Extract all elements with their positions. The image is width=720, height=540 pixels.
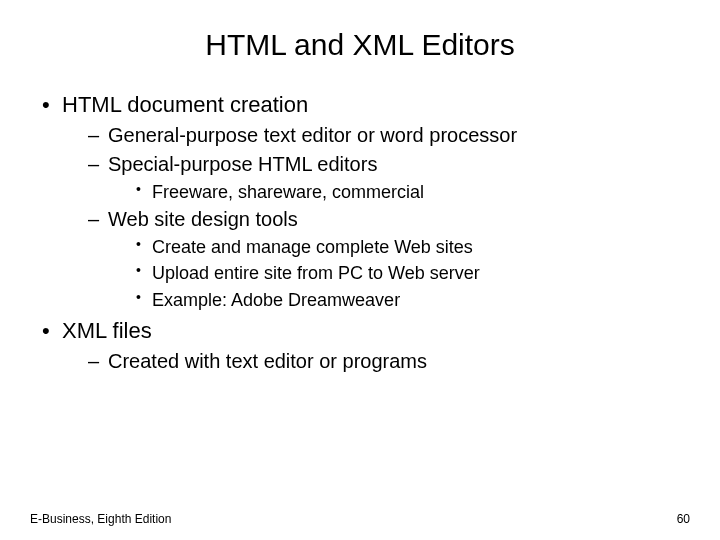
bullet-text: XML files — [62, 318, 152, 343]
bullet-sublist: Created with text editor or programs — [62, 348, 690, 375]
bullet-text: Created with text editor or programs — [108, 350, 427, 372]
list-item: XML files Created with text editor or pr… — [40, 316, 690, 375]
list-item: Example: Adobe Dreamweaver — [134, 288, 690, 312]
list-item: Freeware, shareware, commercial — [134, 180, 690, 204]
bullet-list: HTML document creation General-purpose t… — [30, 90, 690, 375]
slide-title: HTML and XML Editors — [30, 28, 690, 62]
list-item: Create and manage complete Web sites — [134, 235, 690, 259]
bullet-text: Create and manage complete Web sites — [152, 237, 473, 257]
list-item: Upload entire site from PC to Web server — [134, 261, 690, 285]
bullet-subsublist: Freeware, shareware, commercial — [108, 180, 690, 204]
footer-source: E-Business, Eighth Edition — [30, 512, 171, 526]
bullet-text: Freeware, shareware, commercial — [152, 182, 424, 202]
bullet-sublist: General-purpose text editor or word proc… — [62, 122, 690, 312]
bullet-text: Example: Adobe Dreamweaver — [152, 290, 400, 310]
list-item: Created with text editor or programs — [88, 348, 690, 375]
list-item: Special-purpose HTML editors Freeware, s… — [88, 151, 690, 204]
list-item: HTML document creation General-purpose t… — [40, 90, 690, 312]
bullet-subsublist: Create and manage complete Web sites Upl… — [108, 235, 690, 312]
bullet-text: Web site design tools — [108, 208, 298, 230]
bullet-text: Upload entire site from PC to Web server — [152, 263, 480, 283]
list-item: General-purpose text editor or word proc… — [88, 122, 690, 149]
list-item: Web site design tools Create and manage … — [88, 206, 690, 312]
footer-page-number: 60 — [677, 512, 690, 526]
bullet-text: General-purpose text editor or word proc… — [108, 124, 517, 146]
bullet-text: HTML document creation — [62, 92, 308, 117]
bullet-text: Special-purpose HTML editors — [108, 153, 377, 175]
slide: HTML and XML Editors HTML document creat… — [0, 0, 720, 540]
